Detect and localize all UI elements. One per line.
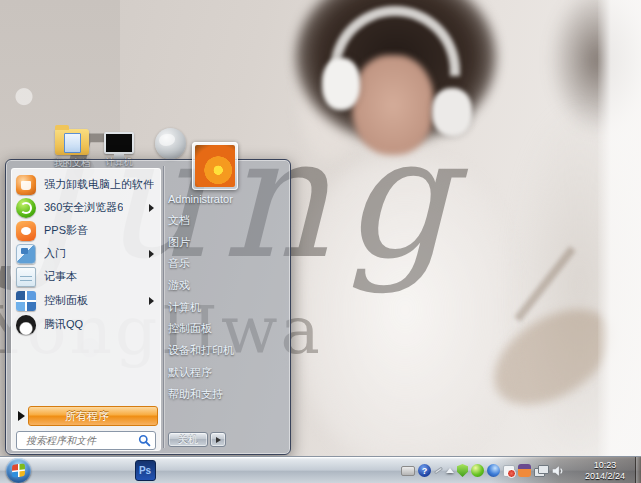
menu-link-music[interactable]: 音乐 xyxy=(168,253,288,275)
shutdown-arrow-icon xyxy=(216,437,221,443)
search-icon[interactable] xyxy=(138,434,151,447)
taskbar-photoshop-button[interactable]: Ps xyxy=(130,459,160,482)
globe-icon xyxy=(155,128,186,159)
input-method-icon[interactable] xyxy=(401,466,415,476)
wall-strip xyxy=(598,0,641,456)
green-sphere-icon[interactable] xyxy=(471,464,484,477)
menu-item-getting-started[interactable]: 入门 xyxy=(16,242,156,265)
menu-item-360-browser[interactable]: 360安全浏览器6 xyxy=(16,196,156,219)
menu-item-notepad[interactable]: 记事本 xyxy=(16,265,156,288)
shutdown-label: 关机 xyxy=(178,433,198,447)
taskbar-clock[interactable]: 10:23 2014/2/24 xyxy=(577,460,633,481)
documents-folder-icon xyxy=(55,129,89,155)
search-input[interactable] xyxy=(24,434,138,447)
getting-started-icon xyxy=(16,244,36,264)
start-menu-divider xyxy=(163,166,164,448)
taskbar: Ps ? 10:23 2014/2/24 xyxy=(0,456,641,483)
notepad-icon xyxy=(16,267,36,287)
menu-link-administrator[interactable]: Administrator xyxy=(168,188,288,210)
shutdown-area: 关机 xyxy=(168,432,226,447)
menu-link-default-programs[interactable]: 默认程序 xyxy=(168,362,288,384)
search-box[interactable] xyxy=(16,431,156,450)
menu-item-label: 腾讯QQ xyxy=(44,317,83,332)
menu-item-qq[interactable]: 腾讯QQ xyxy=(16,313,156,336)
windows-flag-icon xyxy=(12,463,25,477)
all-programs-row[interactable]: 所有程序 xyxy=(14,406,158,426)
menu-item-pps[interactable]: PPS影音 xyxy=(16,219,156,242)
desktop-screen: Jung YongHwa 我的文档 计算机 强力卸载电脑上的软件 360安全浏览… xyxy=(0,0,641,483)
menu-item-control-panel[interactable]: 控制面板 xyxy=(16,289,156,312)
menu-item-label: PPS影音 xyxy=(44,223,88,238)
qq-penguin-icon xyxy=(16,315,36,335)
menu-link-games[interactable]: 游戏 xyxy=(168,275,288,297)
jumplist-arrow-icon[interactable] xyxy=(149,204,154,212)
shutdown-button[interactable]: 关机 xyxy=(168,432,208,447)
all-programs-highlight[interactable]: 所有程序 xyxy=(28,406,158,426)
menu-item-label: 入门 xyxy=(44,246,66,261)
help-icon[interactable]: ? xyxy=(418,464,431,477)
all-programs-label: 所有程序 xyxy=(65,409,109,424)
menu-link-help-support[interactable]: 帮助和支持 xyxy=(168,383,288,405)
start-menu-right-column: Administrator 文档 图片 音乐 游戏 计算机 控制面板 设备和打印… xyxy=(168,188,288,405)
photoshop-icon: Ps xyxy=(135,460,156,481)
menu-item-uninstall[interactable]: 强力卸载电脑上的软件 xyxy=(16,173,156,196)
pps-icon xyxy=(16,221,36,241)
shutdown-options-button[interactable] xyxy=(210,432,226,447)
network-icon[interactable] xyxy=(534,465,548,476)
pen-icon[interactable] xyxy=(434,467,443,475)
sync-error-icon[interactable] xyxy=(503,465,515,477)
control-panel-icon xyxy=(16,291,36,311)
system-tray: ? xyxy=(401,457,565,483)
volume-icon[interactable] xyxy=(551,464,565,478)
menu-item-label: 控制面板 xyxy=(44,293,88,308)
uninstall-icon xyxy=(16,175,36,195)
show-desktop-button[interactable] xyxy=(635,457,641,483)
computer-monitor-icon xyxy=(104,132,134,154)
antivirus-shield-icon[interactable] xyxy=(457,464,468,477)
menu-link-pictures[interactable]: 图片 xyxy=(168,231,288,253)
jumplist-arrow-icon[interactable] xyxy=(149,297,154,305)
menu-link-computer[interactable]: 计算机 xyxy=(168,296,288,318)
clock-time: 10:23 xyxy=(577,460,633,471)
start-button[interactable] xyxy=(6,458,31,483)
start-menu-left-panel: 强力卸载电脑上的软件 360安全浏览器6 PPS影音 入门 记事本 xyxy=(11,168,161,451)
all-programs-arrow-icon xyxy=(18,411,25,421)
blue-sphere-icon[interactable] xyxy=(487,464,500,477)
orange-app-icon[interactable] xyxy=(518,464,531,477)
menu-item-label: 记事本 xyxy=(44,269,77,284)
menu-item-label: 360安全浏览器6 xyxy=(44,200,123,215)
menu-link-documents[interactable]: 文档 xyxy=(168,210,288,232)
360-browser-icon xyxy=(16,198,36,218)
menu-link-devices-printers[interactable]: 设备和打印机 xyxy=(168,340,288,362)
menu-link-control-panel[interactable]: 控制面板 xyxy=(168,318,288,340)
show-hidden-icons-arrow[interactable] xyxy=(446,468,454,473)
clock-date: 2014/2/24 xyxy=(577,471,633,482)
start-menu: 强力卸载电脑上的软件 360安全浏览器6 PPS影音 入门 记事本 xyxy=(5,159,291,455)
jumplist-arrow-icon[interactable] xyxy=(149,250,154,258)
flower-picture-icon xyxy=(195,145,235,187)
user-account-picture[interactable] xyxy=(192,142,238,190)
menu-item-label: 强力卸载电脑上的软件 xyxy=(44,177,154,192)
